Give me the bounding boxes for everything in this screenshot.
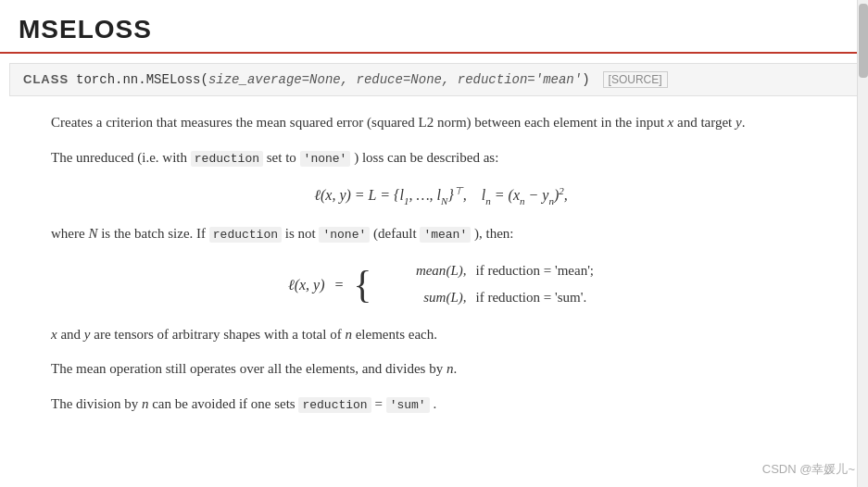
page-title: MSELOSS xyxy=(19,15,849,44)
piecewise-formula: ℓ(x, y) = { mean(L), if reduction = 'mea… xyxy=(51,259,831,310)
division-para: The division by n can be avoided if one … xyxy=(51,393,831,417)
where-para: where N is the batch size. If reduction … xyxy=(51,222,831,246)
var-x: x xyxy=(668,115,674,130)
source-link[interactable]: [SOURCE] xyxy=(603,71,668,88)
piecewise-brace: { xyxy=(353,265,371,304)
case-val-1: mean(L), xyxy=(383,259,466,283)
scrollbar-thumb[interactable] xyxy=(859,4,868,78)
class-signature: torch.nn.MSELoss(size_average=None, redu… xyxy=(76,72,590,87)
tensors-para: x and y are tensors of arbitrary shapes … xyxy=(51,323,831,347)
reduction-code-3: reduction xyxy=(298,397,371,413)
piecewise-cases: mean(L), if reduction = 'mean'; sum(L), … xyxy=(383,259,594,310)
formula-display-1: ℓ(x, y) = L = {l1, …, lN}⊤, ln = (xn − y… xyxy=(314,182,567,209)
unreduced-para: The unreduced (i.e. with reduction set t… xyxy=(51,146,831,170)
case-cond-2: if reduction = 'sum'. xyxy=(475,286,586,310)
header: MSELOSS xyxy=(0,0,868,54)
case-val-2: sum(L), xyxy=(383,286,466,310)
mean-operation-para: The mean operation still operates over a… xyxy=(51,357,831,381)
var-y: y xyxy=(736,115,742,130)
content-area: Creates a criterion that measures the me… xyxy=(0,96,868,442)
class-module: torch.nn.MSELoss xyxy=(76,72,200,87)
piecewise-lhs: ℓ(x, y) xyxy=(288,272,325,297)
sum-code: 'sum' xyxy=(386,397,430,413)
scrollbar[interactable] xyxy=(857,0,868,487)
none-code-2: 'none' xyxy=(319,227,370,243)
class-bar: CLASS torch.nn.MSELoss(size_average=None… xyxy=(9,63,859,96)
class-keyword: CLASS xyxy=(23,72,69,86)
class-params: size_average=None, reduce=None, reductio… xyxy=(208,72,582,87)
description-para: Creates a criterion that measures the me… xyxy=(51,111,831,135)
case-cond-1: if reduction = 'mean'; xyxy=(475,259,594,283)
math-formula-1: ℓ(x, y) = L = {l1, …, lN}⊤, ln = (xn − y… xyxy=(51,182,831,209)
case-line-2: sum(L), if reduction = 'sum'. xyxy=(383,286,594,310)
reduction-code-1: reduction xyxy=(191,151,263,167)
piecewise-equals: = xyxy=(334,272,345,297)
page-container: MSELOSS CLASS torch.nn.MSELoss(size_aver… xyxy=(0,0,868,487)
mean-code: 'mean' xyxy=(420,227,471,243)
reduction-code-2: reduction xyxy=(209,227,282,243)
case-line-1: mean(L), if reduction = 'mean'; xyxy=(383,259,594,283)
watermark: CSDN @幸媛儿~ xyxy=(762,461,855,478)
piecewise-inner: ℓ(x, y) = { mean(L), if reduction = 'mea… xyxy=(288,259,594,310)
none-code-1: 'none' xyxy=(300,151,351,167)
